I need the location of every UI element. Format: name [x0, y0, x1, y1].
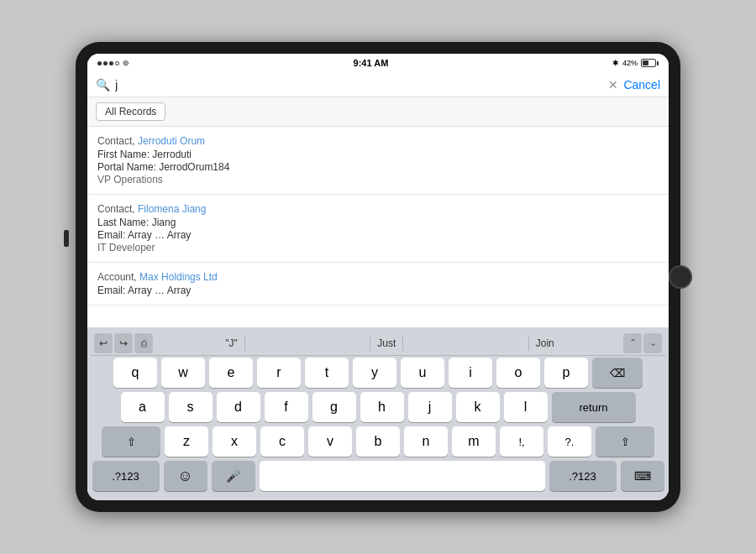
- key-n[interactable]: n: [404, 426, 448, 457]
- undo-button[interactable]: ↩: [94, 333, 113, 353]
- key-return[interactable]: return: [552, 392, 636, 422]
- suggestions-row: ↩ ↪ ⎙ "J" Just Join ⌃ ⌄: [91, 331, 665, 356]
- key-mic[interactable]: 🎤: [212, 461, 255, 491]
- signal-dot-3: [109, 61, 113, 65]
- key-g[interactable]: g: [312, 392, 356, 422]
- arrow-up-button[interactable]: ⌃: [623, 333, 642, 353]
- key-c[interactable]: c: [260, 426, 304, 457]
- result-field-firstname: First Name: Jerroduti: [97, 149, 659, 160]
- signal-dot-1: [97, 61, 102, 65]
- key-l[interactable]: l: [504, 392, 548, 422]
- search-clear-icon[interactable]: ✕: [608, 78, 618, 91]
- arrow-down-button[interactable]: ⌄: [643, 333, 662, 353]
- suggestion-2[interactable]: Join: [528, 336, 561, 351]
- key-k[interactable]: k: [456, 392, 500, 422]
- battery-icon: [641, 59, 659, 67]
- key-d[interactable]: d: [217, 392, 260, 422]
- battery-body: [641, 59, 656, 67]
- battery-percent: 42%: [622, 59, 638, 67]
- keyboard-area: ↩ ↪ ⎙ "J" Just Join ⌃ ⌄ q w e r: [87, 327, 669, 500]
- key-delete[interactable]: ⌫: [592, 358, 643, 388]
- all-records-filter[interactable]: All Records: [96, 102, 165, 121]
- result-field-email-1: Email: Array … Array: [97, 229, 659, 241]
- key-keyboard[interactable]: ⌨: [621, 461, 664, 491]
- key-dotnum-left[interactable]: .?123: [92, 461, 160, 491]
- result-field-portal: Portal Name: JerrodOrum184: [97, 161, 659, 173]
- search-input[interactable]: [115, 77, 603, 91]
- result-type-0: Contact, Jerroduti Orum: [97, 135, 659, 147]
- battery-fill: [643, 60, 648, 65]
- key-q[interactable]: q: [113, 358, 157, 388]
- copy-button[interactable]: ⎙: [134, 333, 153, 353]
- results-list: Contact, Jerroduti Orum First Name: Jerr…: [87, 127, 669, 327]
- key-shift-right[interactable]: ⇧: [596, 426, 654, 457]
- key-r[interactable]: r: [257, 358, 301, 388]
- search-icon: 🔍: [96, 78, 110, 91]
- search-bar: 🔍 ✕ Cancel: [87, 72, 669, 97]
- key-question-period[interactable]: ?.: [548, 426, 591, 457]
- key-s[interactable]: s: [169, 392, 213, 422]
- status-bar: ⊜ 9:41 AM ✱ 42%: [87, 54, 669, 72]
- key-o[interactable]: o: [496, 358, 540, 388]
- key-emoji[interactable]: ☺: [164, 461, 207, 491]
- result-field-lastname: Last Name: Jiang: [97, 217, 659, 228]
- result-item-1[interactable]: Contact, Filomena Jiang Last Name: Jiang…: [87, 195, 669, 263]
- key-v[interactable]: v: [308, 426, 352, 457]
- key-z[interactable]: z: [165, 426, 208, 457]
- result-role-0: VP Operations: [97, 174, 659, 186]
- battery-tip: [657, 61, 659, 65]
- wifi-icon: ⊜: [123, 59, 129, 67]
- bluetooth-icon: ✱: [612, 59, 619, 67]
- key-m[interactable]: m: [452, 426, 496, 457]
- cancel-button[interactable]: Cancel: [623, 78, 660, 91]
- home-button[interactable]: [669, 265, 692, 289]
- volume-button[interactable]: [64, 230, 69, 247]
- key-shift-left[interactable]: ⇧: [102, 426, 160, 457]
- keyboard-row-2: a s d f g h j k l return: [91, 392, 665, 422]
- tablet-screen: ⊜ 9:41 AM ✱ 42% 🔍 ✕ Cancel Al: [87, 54, 669, 500]
- keyboard-row-1: q w e r t y u i o p ⌫: [91, 358, 665, 388]
- key-i[interactable]: i: [449, 358, 492, 388]
- key-x[interactable]: x: [213, 426, 256, 457]
- result-role-1: IT Developer: [97, 242, 659, 253]
- key-dotnum-right[interactable]: .?123: [549, 461, 617, 491]
- suggestions-list: "J" Just Join: [156, 336, 623, 351]
- keyboard-row-4: .?123 ☺ 🎤 .?123 ⌨: [91, 461, 665, 491]
- result-linked-name-2[interactable]: Max Holdings Ltd: [139, 271, 218, 283]
- key-j[interactable]: j: [408, 392, 452, 422]
- suggestions-arrows: ⌃ ⌄: [623, 333, 662, 353]
- suggestion-0[interactable]: "J": [218, 336, 245, 351]
- key-h[interactable]: h: [360, 392, 404, 422]
- key-p[interactable]: p: [544, 358, 588, 388]
- suggestion-1[interactable]: Just: [370, 336, 403, 351]
- keyboard-row-3: ⇧ z x c v b n m !, ?. ⇧: [91, 426, 665, 457]
- signal-dot-4: [115, 61, 119, 65]
- result-item-0[interactable]: Contact, Jerroduti Orum First Name: Jerr…: [87, 127, 669, 195]
- key-f[interactable]: f: [265, 392, 308, 422]
- filter-bar: All Records: [87, 97, 669, 127]
- key-t[interactable]: t: [305, 358, 349, 388]
- key-exclaim-comma[interactable]: !,: [500, 426, 543, 457]
- result-linked-name-1[interactable]: Filomena Jiang: [138, 203, 206, 215]
- redo-button[interactable]: ↪: [114, 333, 133, 353]
- key-e[interactable]: e: [209, 358, 253, 388]
- key-u[interactable]: u: [401, 358, 444, 388]
- key-y[interactable]: y: [353, 358, 396, 388]
- key-space[interactable]: [260, 461, 545, 491]
- key-b[interactable]: b: [356, 426, 400, 457]
- suggestions-nav: ↩ ↪ ⎙: [94, 333, 153, 353]
- status-time: 9:41 AM: [354, 58, 389, 68]
- tablet-frame: ⊜ 9:41 AM ✱ 42% 🔍 ✕ Cancel Al: [76, 42, 680, 512]
- result-type-2: Account, Max Holdings Ltd: [97, 271, 659, 283]
- result-item-2[interactable]: Account, Max Holdings Ltd Email: Array ……: [87, 263, 669, 306]
- signal-dot-2: [103, 61, 108, 65]
- signal-dots: [97, 61, 119, 65]
- status-left: ⊜: [97, 59, 129, 67]
- result-type-1: Contact, Filomena Jiang: [97, 203, 659, 215]
- key-w[interactable]: w: [161, 358, 205, 388]
- result-field-email-2: Email: Array … Array: [97, 285, 659, 296]
- key-a[interactable]: a: [121, 392, 165, 422]
- status-right: ✱ 42%: [612, 59, 659, 67]
- result-linked-name-0[interactable]: Jerroduti Orum: [138, 135, 205, 147]
